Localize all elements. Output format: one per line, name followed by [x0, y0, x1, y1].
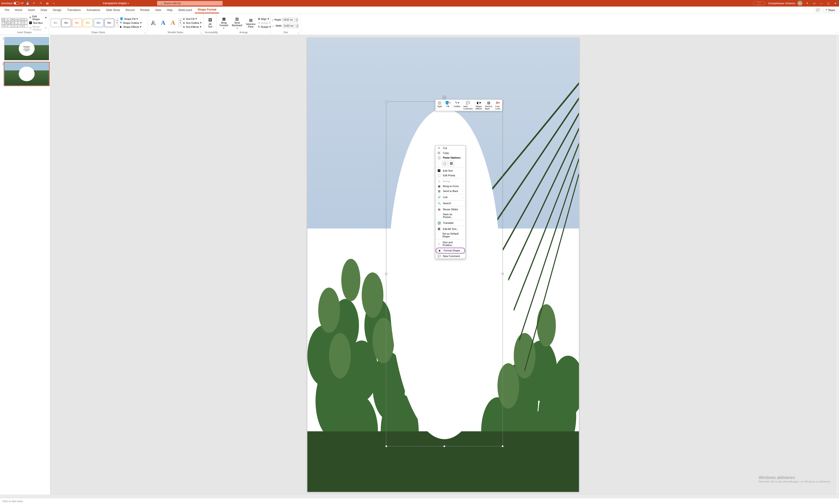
autosave-control[interactable]: AutoSave Off	[1, 2, 23, 5]
paste-keep-formatting[interactable]: 📋	[442, 161, 448, 166]
qat-more-icon[interactable]: ▾	[51, 1, 56, 6]
style-gallery-nav[interactable]: ▴▾⋯	[115, 18, 119, 28]
tab-review[interactable]: Review	[137, 6, 152, 13]
style-swatch[interactable]: Abc	[51, 19, 61, 27]
align-button[interactable]: ⊞ Align ▾	[258, 17, 271, 20]
text-fill-button[interactable]: A Text Fill ▾	[183, 17, 202, 20]
rotation-handle[interactable]: ⟳	[442, 96, 446, 100]
mini-outline-button[interactable]: ✎▾Outline	[452, 100, 462, 110]
merge-shapes-button[interactable]: ◔ Merge Shapes ▾	[28, 25, 48, 31]
autosave-toggle[interactable]	[14, 2, 20, 5]
tab-slideshow[interactable]: Slide Show	[103, 6, 123, 13]
shape-gallery[interactable]: A＼＼⬊▭▭◯△ ⇑⬊❏⬡∟∟∿⋮ ⬡∿⌒{}☆▾	[1, 18, 28, 28]
redo-icon[interactable]: ↷	[38, 1, 43, 6]
notes-pane[interactable]: Click to add notes	[0, 498, 839, 504]
launcher-icon[interactable]: ⤡	[144, 32, 146, 34]
wordart-swatch[interactable]: A	[169, 19, 177, 27]
resize-handle[interactable]	[385, 101, 387, 103]
tab-animations[interactable]: Animations	[84, 6, 103, 13]
selection-pane-button[interactable]: ▤Selection Pane	[245, 18, 257, 28]
from-beginning-icon[interactable]: ▤	[45, 1, 50, 6]
user-avatar[interactable]: GJ	[797, 1, 803, 6]
tab-home[interactable]: Home	[12, 6, 25, 13]
ctx-bring-front[interactable]: ▦Bring to Front›	[435, 184, 465, 189]
slide-thumbnail-2[interactable]	[4, 62, 49, 86]
height-input[interactable]	[282, 18, 295, 22]
maximize-icon[interactable]: ▢	[826, 1, 831, 6]
ctx-format-shape[interactable]: ◐Format Shape...	[436, 248, 465, 253]
minimize-icon[interactable]: —	[819, 1, 824, 6]
style-swatch[interactable]: Abc	[93, 19, 103, 27]
edit-shape-button[interactable]: ✎ Edit Shape ▾	[28, 15, 48, 21]
ctx-search[interactable]: 🔍Search	[435, 201, 465, 206]
rotate-button[interactable]: ↻ Rotate ▾	[258, 25, 271, 28]
ctx-edit-text[interactable]: 🅰Edit Text	[435, 168, 465, 173]
ctx-size-position[interactable]: ↕Size and Position...	[435, 240, 465, 248]
ctx-reuse-slides[interactable]: ▤Reuse Slides	[435, 207, 465, 212]
document-title[interactable]: transparent-shapes ▾	[103, 2, 129, 5]
ctx-new-comment[interactable]: 💬New Comment	[435, 254, 465, 259]
bring-forward-button[interactable]: ▦Bring Forward▾	[218, 16, 230, 29]
launcher-icon[interactable]: ⤡	[200, 32, 202, 34]
ctx-cut[interactable]: ✂Cut	[435, 146, 465, 150]
tab-slidelizard[interactable]: SlideLizard	[175, 6, 195, 13]
width-input[interactable]	[283, 24, 295, 28]
wordart-swatch[interactable]: A	[159, 19, 168, 27]
text-outline-button[interactable]: A Text Outline ▾	[183, 21, 202, 24]
paste-picture[interactable]: 🖼	[448, 161, 454, 166]
ctx-alt-text[interactable]: 🖼Edit Alt Text...	[435, 227, 465, 231]
vertical-scrollbar[interactable]	[836, 35, 839, 494]
horizontal-scrollbar[interactable]	[0, 494, 839, 498]
mini-new-comment-button[interactable]: 💬New Comment	[462, 100, 474, 110]
tab-insert[interactable]: Insert	[25, 6, 38, 13]
alt-text-button[interactable]: 🖼Alt Text	[206, 18, 214, 28]
resize-handle[interactable]	[502, 273, 503, 275]
tab-design[interactable]: Design	[50, 6, 64, 13]
style-swatch[interactable]: Abc	[61, 19, 71, 27]
doc-dropdown-icon[interactable]: ▾	[128, 2, 129, 4]
group-button[interactable]: ⊡ Group ▾	[258, 21, 271, 24]
ctx-set-default[interactable]: Set as Default Shape	[435, 231, 465, 239]
send-backward-button[interactable]: ▨Send Backward▾	[230, 16, 244, 29]
thumbnail-row[interactable]: 1 TROPICAL LEAVESTRANSPARENT SHAPES	[1, 37, 49, 60]
ctx-link[interactable]: 🔗Link›	[435, 195, 465, 200]
mini-font-color-button[interactable]: A▾Font Color	[494, 100, 502, 110]
tab-transitions[interactable]: Transitions	[64, 6, 84, 13]
comments-button[interactable]: 💬	[815, 8, 821, 12]
style-swatch[interactable]: Abc	[104, 19, 114, 27]
close-icon[interactable]: ✕	[833, 1, 838, 6]
ctx-copy[interactable]: ⿻Copy	[435, 150, 465, 155]
wordart-swatch[interactable]: A	[149, 19, 158, 27]
ribbon-collapse-icon[interactable]: ︿	[836, 31, 838, 34]
save-icon[interactable]: 💾	[25, 1, 30, 6]
wordart-gallery-nav[interactable]: ▴▾⋯	[178, 18, 182, 28]
thumbnail-row[interactable]: 2	[1, 62, 49, 86]
shape-outline-button[interactable]: ✎ Shape Outline ▾	[120, 21, 142, 24]
launcher-icon[interactable]: ⤡	[297, 32, 299, 34]
search-box[interactable]: 🔍 Search (Alt+Q)	[157, 1, 223, 6]
pen-icon[interactable]: ✎	[805, 1, 809, 6]
shape-effects-button[interactable]: ◐ Shape Effects ▾	[120, 25, 142, 28]
tab-file[interactable]: File	[2, 6, 12, 13]
tab-view[interactable]: View	[152, 6, 164, 13]
tab-draw[interactable]: Draw	[38, 6, 50, 13]
slide-thumbnails-panel[interactable]: 1 TROPICAL LEAVESTRANSPARENT SHAPES 2	[0, 35, 50, 494]
undo-icon[interactable]: ↶	[32, 1, 36, 6]
shape-style-gallery[interactable]: Abc Abc Abc Abc Abc Abc	[51, 19, 114, 27]
tab-record[interactable]: Record	[123, 6, 137, 13]
resize-handle[interactable]	[385, 273, 387, 275]
ctx-save-picture[interactable]: Save as Picture...	[435, 212, 465, 219]
text-effects-button[interactable]: A Text Effects ▾	[183, 25, 202, 28]
mini-shape-effects-button[interactable]: ◐▾Shape Effects	[474, 100, 484, 110]
mini-fill-button[interactable]: 🪣▾Fill	[444, 100, 452, 110]
style-swatch[interactable]: Abc	[83, 19, 93, 27]
mini-style-button[interactable]: ◫Style	[436, 100, 444, 110]
slide-editor-area[interactable]: ⟳ ◫Style 🪣▾Fill ✎▾Outline 💬New Comment ◐…	[50, 35, 836, 494]
style-swatch[interactable]: Abc	[72, 19, 82, 27]
tab-help[interactable]: Help	[164, 6, 175, 13]
shape-fill-button[interactable]: 🪣 Shape Fill ▾	[120, 17, 142, 20]
share-button[interactable]: ↗ Share	[823, 8, 837, 12]
height-spin[interactable]: ▴▾	[296, 18, 298, 22]
ribbon-display-icon[interactable]: ▭	[812, 1, 817, 6]
ctx-translate[interactable]: 🔤Translate	[435, 220, 465, 226]
